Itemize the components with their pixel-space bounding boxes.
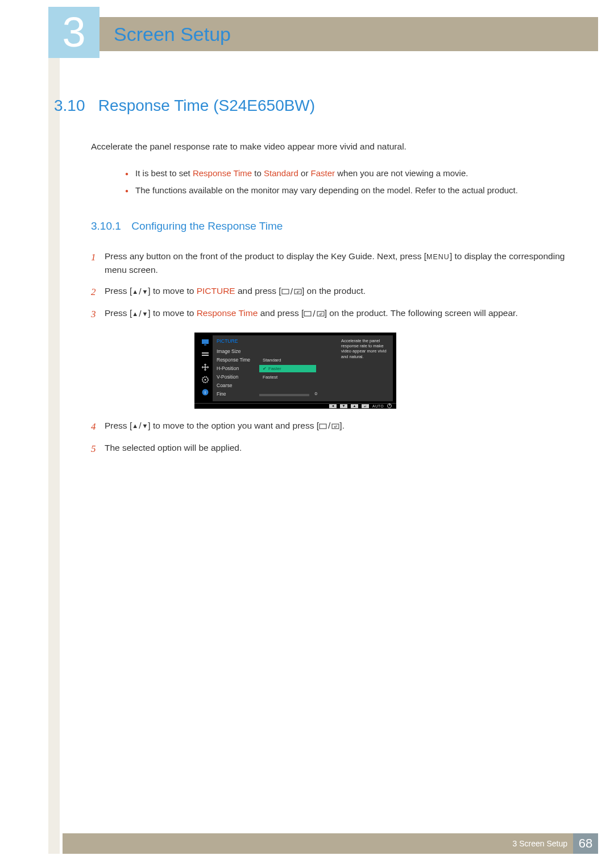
step-item: 5 The selected option will be applied. bbox=[91, 441, 569, 456]
osd-arrows-icon bbox=[201, 364, 209, 371]
osd-description: Accelerate the panel response rate to ma… bbox=[339, 337, 391, 400]
svg-text:i: i bbox=[205, 390, 206, 395]
footer: 3 Screen Setup 68 bbox=[63, 833, 598, 854]
subsection-heading: 3.10.1 Configuring the Response Time bbox=[91, 220, 569, 232]
osd-item-label: Fine bbox=[217, 391, 259, 397]
step-item: 3 Press [▲/▼] to move to Response Time a… bbox=[91, 306, 569, 322]
osd-screenshot: i PICTURE Image Size Response Time Stand… bbox=[194, 333, 396, 409]
intro-text: Accelerate the panel response rate to ma… bbox=[91, 140, 569, 153]
svg-rect-0 bbox=[282, 289, 289, 294]
svg-point-9 bbox=[205, 379, 206, 380]
enter-icon: / bbox=[304, 307, 324, 321]
osd-option: Fastest bbox=[259, 373, 316, 381]
section-title: Response Time (S24E650BW) bbox=[98, 97, 315, 114]
osd-down-icon: ▼ bbox=[340, 404, 347, 408]
osd-left-icon: ◄ bbox=[329, 404, 337, 408]
note-list: ● It is best to set Response Time to Sta… bbox=[125, 167, 569, 197]
osd-enter-icon: ↵ bbox=[362, 404, 369, 408]
osd-item-label: Response Time bbox=[217, 357, 259, 363]
osd-button-bar: ◄ ▼ ▲ ↵ AUTO bbox=[194, 403, 396, 409]
chapter-number: 3 bbox=[62, 11, 85, 53]
osd-info-icon: i bbox=[201, 389, 209, 396]
osd-menu: PICTURE Image Size Response Time Standar… bbox=[214, 337, 339, 400]
svg-rect-2 bbox=[304, 312, 311, 316]
svg-rect-6 bbox=[202, 352, 209, 354]
note-item: ● The functions available on the monitor… bbox=[125, 184, 569, 197]
section-number: 3.10 bbox=[54, 97, 85, 114]
osd-item-label: Image Size bbox=[217, 348, 259, 354]
note-item: ● It is best to set Response Time to Sta… bbox=[125, 167, 569, 180]
osd-auto-label: AUTO bbox=[372, 404, 384, 408]
bullet-icon: ● bbox=[125, 169, 128, 180]
osd-item-label: H-Position bbox=[217, 366, 259, 371]
osd-category: PICTURE bbox=[217, 338, 337, 344]
page-number: 68 bbox=[579, 836, 592, 851]
check-icon: ✔ bbox=[263, 366, 267, 371]
osd-slider: 0 bbox=[259, 394, 309, 396]
up-down-icon: ▲/▼ bbox=[132, 419, 148, 433]
svg-rect-7 bbox=[202, 355, 209, 356]
page-number-box: 68 bbox=[573, 833, 598, 854]
section-heading: 3.10 Response Time (S24E650BW) bbox=[54, 97, 569, 115]
svg-rect-5 bbox=[204, 344, 206, 346]
osd-item-label: Coarse bbox=[217, 383, 259, 388]
up-down-icon: ▲/▼ bbox=[132, 307, 148, 321]
subsection-number: 3.10.1 bbox=[91, 220, 121, 232]
enter-icon: / bbox=[281, 285, 302, 299]
osd-slider-value: 0 bbox=[315, 391, 317, 396]
enter-icon: / bbox=[319, 419, 339, 433]
osd-power-icon bbox=[387, 404, 392, 408]
osd-list-icon bbox=[201, 351, 209, 358]
osd-monitor-icon bbox=[201, 339, 209, 346]
osd-up-icon: ▲ bbox=[351, 404, 358, 408]
svg-rect-12 bbox=[320, 424, 326, 429]
osd-item-label: V-Position bbox=[217, 374, 259, 380]
chapter-title: Screen Setup bbox=[114, 23, 231, 45]
steps-list: 1 Press any button on the front of the p… bbox=[91, 250, 569, 456]
step-item: 1 Press any button on the front of the p… bbox=[91, 250, 569, 278]
osd-option: Standard bbox=[259, 356, 316, 364]
step-item: 4 Press [▲/▼] to move to the option you … bbox=[91, 419, 569, 434]
footer-text: 3 Screen Setup bbox=[512, 839, 567, 848]
step-number: 4 bbox=[91, 419, 105, 434]
osd-gear-icon bbox=[201, 376, 209, 383]
subsection-title: Configuring the Response Time bbox=[131, 220, 283, 232]
step-number: 3 bbox=[91, 306, 105, 322]
chapter-number-box: 3 bbox=[48, 7, 99, 58]
step-number: 1 bbox=[91, 250, 105, 278]
up-down-icon: ▲/▼ bbox=[132, 285, 148, 299]
svg-rect-4 bbox=[202, 339, 209, 344]
bullet-icon: ● bbox=[125, 186, 128, 197]
step-number: 5 bbox=[91, 441, 105, 456]
header-bar: Screen Setup bbox=[63, 17, 598, 51]
osd-option-selected: ✔Faster bbox=[259, 365, 316, 372]
osd-sidebar: i bbox=[198, 335, 213, 401]
step-number: 2 bbox=[91, 284, 105, 300]
step-item: 2 Press [▲/▼] to move to PICTURE and pre… bbox=[91, 284, 569, 300]
